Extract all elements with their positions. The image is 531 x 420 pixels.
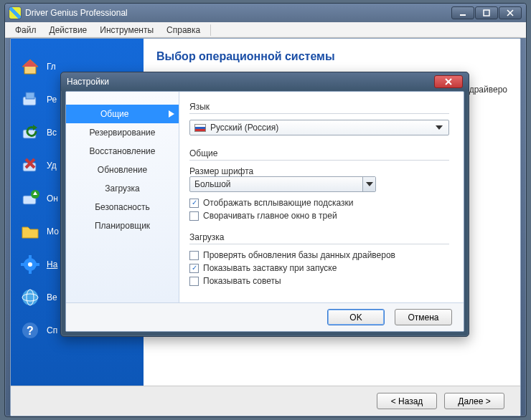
category-label: Загрузка bbox=[105, 183, 140, 194]
chevron-right-icon bbox=[169, 110, 174, 118]
language-select[interactable]: Русский (Россия) bbox=[189, 120, 449, 135]
menu-tools[interactable]: Инструменты bbox=[94, 24, 159, 37]
svg-marker-31 bbox=[366, 182, 373, 186]
flag-icon bbox=[194, 124, 206, 132]
checkbox-tray-label: Сворачивать главное окно в трей bbox=[203, 211, 337, 221]
divider bbox=[189, 160, 449, 161]
chevron-down-icon bbox=[362, 177, 375, 191]
checkbox-splash-label: Показывать заставку при запуске bbox=[203, 263, 337, 273]
category-general[interactable]: Общие bbox=[66, 105, 179, 123]
maximize-icon bbox=[483, 9, 490, 16]
svg-marker-5 bbox=[22, 59, 38, 67]
category-label: Безопасность bbox=[95, 202, 150, 212]
font-size-select[interactable]: Большой bbox=[189, 176, 376, 192]
back-label: < Назад bbox=[391, 396, 423, 406]
close-icon bbox=[444, 78, 453, 85]
checkbox-check-updates-label: Проверять обновления базы данных драйвер… bbox=[203, 250, 395, 260]
svg-point-22 bbox=[22, 290, 38, 305]
checkbox-splash[interactable] bbox=[189, 264, 199, 273]
menu-separator bbox=[210, 24, 211, 36]
sidebar-label: Мо bbox=[47, 226, 59, 237]
category-security[interactable]: Безопасность bbox=[66, 198, 179, 216]
close-button[interactable] bbox=[499, 6, 522, 19]
liveupdate-icon bbox=[19, 188, 41, 209]
category-label: Восстановление bbox=[90, 146, 156, 156]
gear-icon bbox=[19, 254, 41, 275]
page-title: Выбор операционной системы bbox=[156, 50, 507, 63]
uninstall-icon bbox=[19, 155, 41, 176]
svg-rect-1 bbox=[484, 10, 489, 16]
checkbox-check-updates[interactable] bbox=[189, 251, 199, 260]
menu-file[interactable]: Файл bbox=[9, 24, 42, 37]
next-label: Далее > bbox=[458, 396, 491, 406]
svg-point-17 bbox=[28, 262, 32, 267]
sidebar-label: Сп bbox=[47, 325, 57, 335]
wizard-footer: < Назад Далее > bbox=[11, 386, 520, 416]
titlebar[interactable]: Driver Genius Professional bbox=[5, 4, 526, 22]
download-section-label: Загрузка bbox=[189, 232, 449, 242]
close-icon bbox=[507, 9, 514, 16]
ok-button[interactable]: OK bbox=[327, 309, 385, 325]
ok-label: OK bbox=[349, 312, 362, 323]
general-section-label: Общие bbox=[189, 148, 449, 158]
home-icon bbox=[19, 56, 41, 77]
cancel-button[interactable]: Отмена bbox=[395, 309, 452, 325]
folder-icon bbox=[19, 221, 41, 242]
globe-icon bbox=[19, 287, 41, 308]
language-section-label: Язык bbox=[189, 102, 449, 112]
back-button[interactable]: < Назад bbox=[377, 393, 437, 409]
menu-action[interactable]: Действие bbox=[44, 24, 93, 37]
dialog-close-button[interactable] bbox=[434, 75, 463, 88]
maximize-button[interactable] bbox=[475, 6, 498, 19]
checkbox-tooltips-label: Отображать всплывающие подсказки bbox=[203, 198, 353, 208]
app-icon bbox=[9, 7, 21, 19]
category-update[interactable]: Обновление bbox=[66, 161, 179, 179]
font-size-label: Размер шрифта bbox=[189, 166, 449, 176]
category-scheduler[interactable]: Планировщик bbox=[66, 216, 179, 235]
checkbox-tooltips[interactable] bbox=[189, 199, 199, 208]
cancel-label: Отмена bbox=[408, 312, 438, 323]
sidebar-label: Он bbox=[47, 194, 58, 204]
divider bbox=[189, 244, 449, 244]
sidebar-label: Уд bbox=[47, 161, 57, 171]
minimize-button[interactable] bbox=[451, 6, 474, 19]
menu-help[interactable]: Справка bbox=[161, 24, 206, 37]
svg-rect-7 bbox=[26, 92, 34, 99]
backup-icon bbox=[19, 89, 41, 110]
checkbox-tray[interactable] bbox=[189, 211, 199, 221]
svg-marker-29 bbox=[169, 110, 174, 118]
category-label: Планировщик bbox=[95, 221, 150, 231]
next-button[interactable]: Далее > bbox=[444, 393, 504, 409]
sidebar-label: Ве bbox=[47, 292, 57, 302]
minimize-icon bbox=[459, 9, 466, 16]
language-value: Русский (Россия) bbox=[210, 123, 278, 133]
svg-marker-30 bbox=[436, 125, 443, 130]
sidebar-label: Гл bbox=[47, 62, 56, 72]
category-label: Обновление bbox=[98, 165, 147, 175]
divider bbox=[189, 113, 449, 114]
sidebar-label: Вс bbox=[47, 128, 57, 138]
category-download[interactable]: Загрузка bbox=[66, 179, 179, 198]
category-label: Резервирование bbox=[90, 128, 156, 138]
category-label: Общие bbox=[100, 109, 128, 119]
checkbox-tips-label: Показывать советы bbox=[203, 276, 281, 286]
checkbox-tips[interactable] bbox=[189, 277, 199, 286]
svg-rect-0 bbox=[460, 14, 466, 16]
font-size-value: Большой bbox=[194, 179, 231, 189]
sidebar-label: Ре bbox=[47, 95, 57, 105]
category-restore[interactable]: Восстановление bbox=[66, 142, 179, 161]
dialog-title: Настройки bbox=[67, 77, 109, 87]
settings-content: Язык Русский (Россия) Общие Размер шрифт… bbox=[179, 92, 464, 302]
menubar: Файл Действие Инструменты Справка bbox=[5, 22, 526, 38]
restore-icon bbox=[19, 122, 41, 143]
sidebar-label: На bbox=[47, 259, 57, 269]
category-backup[interactable]: Резервирование bbox=[66, 123, 179, 142]
app-title: Driver Genius Professional bbox=[25, 8, 128, 18]
help-icon: ? bbox=[19, 320, 41, 341]
chevron-down-icon bbox=[433, 123, 446, 133]
dialog-footer: OK Отмена bbox=[66, 302, 464, 331]
settings-categories: Общие Резервирование Восстановление Обно… bbox=[66, 92, 179, 302]
settings-dialog: Настройки Общие Резервирование Восстанов… bbox=[60, 72, 469, 337]
svg-text:?: ? bbox=[27, 325, 34, 337]
dialog-titlebar[interactable]: Настройки bbox=[61, 72, 469, 91]
